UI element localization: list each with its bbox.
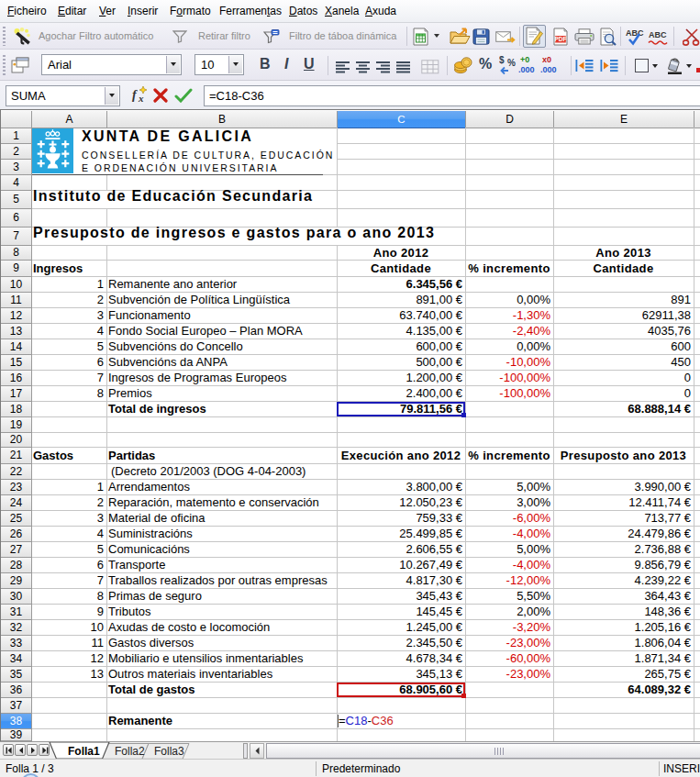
svg-text:%: %: [507, 58, 516, 68]
svg-text:x0: x0: [542, 55, 551, 64]
svg-text:$: $: [499, 55, 505, 65]
svg-text:PDF: PDF: [555, 36, 567, 42]
svg-text:ABC: ABC: [626, 28, 644, 38]
svg-text:f: f: [132, 88, 138, 102]
svg-text:x: x: [138, 93, 144, 104]
svg-text:.000: .000: [540, 65, 557, 74]
svg-text:ABC: ABC: [649, 30, 667, 39]
svg-text:+0: +0: [520, 55, 529, 64]
svg-text:.000: .000: [518, 65, 535, 74]
